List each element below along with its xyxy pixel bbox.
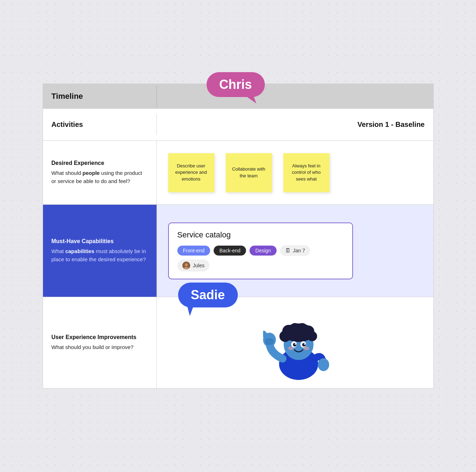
sticky-note-2[interactable]: Collaborate with the team <box>226 153 272 192</box>
sticky-note-1-text: Describe user experience and emotions <box>172 163 210 182</box>
svg-point-20 <box>304 347 309 350</box>
ux-label-cell: User Experience Improvements What should… <box>43 297 157 388</box>
chris-name: Chris <box>219 77 252 92</box>
desired-experience-row: Desired Experience What should people us… <box>43 141 433 205</box>
version-label: Version 1 - Baseline <box>358 120 425 129</box>
timeline-header-content: Chris <box>157 90 433 103</box>
timeline-label: Timeline <box>52 92 83 101</box>
must-have-content-cell: Service catalog Front-end Back-end Desig… <box>157 205 433 297</box>
chris-cursor-bubble: Chris <box>207 72 265 97</box>
desired-label-cell: Desired Experience What should people us… <box>43 141 157 204</box>
service-catalog-card[interactable]: Service catalog Front-end Back-end Desig… <box>168 222 353 279</box>
sticky-note-2-text: Collaborate with the team <box>230 166 268 179</box>
timeline-header-row: Timeline Chris <box>43 84 433 109</box>
service-catalog-title: Service catalog <box>177 230 344 240</box>
svg-point-19 <box>288 347 294 350</box>
svg-point-24 <box>318 358 329 371</box>
desired-desc-bold: people <box>82 170 100 176</box>
date-value: Jan 7 <box>293 248 305 253</box>
tag-date: 🗓 Jan 7 <box>280 245 310 256</box>
chris-bubble-pill: Chris <box>207 72 265 97</box>
tag-frontend[interactable]: Front-end <box>177 246 210 256</box>
character-illustration <box>263 307 327 378</box>
must-have-title: Must-Have Capabilities <box>52 238 148 245</box>
user-avatar <box>182 262 190 269</box>
svg-point-16 <box>302 343 306 347</box>
desired-title: Desired Experience <box>52 160 148 166</box>
tag-backend[interactable]: Back-end <box>214 246 246 256</box>
timeline-label-cell: Timeline <box>43 85 157 107</box>
sticky-note-3-text: Always feel in control of who sees what <box>288 163 325 182</box>
must-have-label-cell: Must-Have Capabilities What capabilities… <box>43 205 157 297</box>
activities-row: Activities Version 1 - Baseline <box>43 109 433 141</box>
tag-design[interactable]: Design <box>250 246 277 256</box>
svg-point-1 <box>185 263 188 266</box>
activities-label-cell: Activities <box>43 114 157 135</box>
desired-desc-start: What should <box>52 170 83 176</box>
user-name: Jules <box>193 263 205 268</box>
sadie-name: Sadie <box>191 288 225 302</box>
ux-title: User Experience Improvements <box>52 334 148 340</box>
sadie-cursor-bubble: Sadie <box>178 283 238 307</box>
sticky-note-1[interactable]: Describe user experience and emotions <box>168 153 214 192</box>
main-container: Timeline Chris Activities Version 1 - Ba… <box>43 84 434 388</box>
must-have-capabilities-row: Must-Have Capabilities What capabilities… <box>43 205 433 297</box>
character-svg <box>263 307 334 382</box>
activities-label: Activities <box>52 120 83 128</box>
svg-point-12 <box>307 331 317 341</box>
desired-description: What should people using the product or … <box>52 169 148 185</box>
svg-point-17 <box>295 343 296 345</box>
service-catalog-tags: Front-end Back-end Design 🗓 Jan 7 <box>177 245 344 272</box>
ux-improvements-row: User Experience Improvements What should… <box>43 297 433 388</box>
must-have-desc-start: What <box>52 248 65 254</box>
svg-point-15 <box>293 343 296 347</box>
sticky-note-3[interactable]: Always feel in control of who sees what <box>283 153 330 192</box>
svg-point-18 <box>304 343 305 345</box>
svg-rect-23 <box>265 338 274 345</box>
calendar-icon: 🗓 <box>285 247 291 254</box>
must-have-description: What capabilities must absolutely be in … <box>52 247 148 263</box>
ux-content-cell <box>157 297 433 388</box>
ux-description: What should you build or improve? <box>52 343 148 352</box>
chris-cursor-pointer <box>247 95 256 106</box>
must-have-desc-bold: capabilities <box>65 248 95 254</box>
activities-content-cell: Version 1 - Baseline <box>157 114 433 135</box>
tag-user: Jules <box>177 259 210 272</box>
desired-content-cell: Describe user experience and emotions Co… <box>157 141 433 204</box>
sadie-bubble-pill: Sadie <box>178 283 238 307</box>
